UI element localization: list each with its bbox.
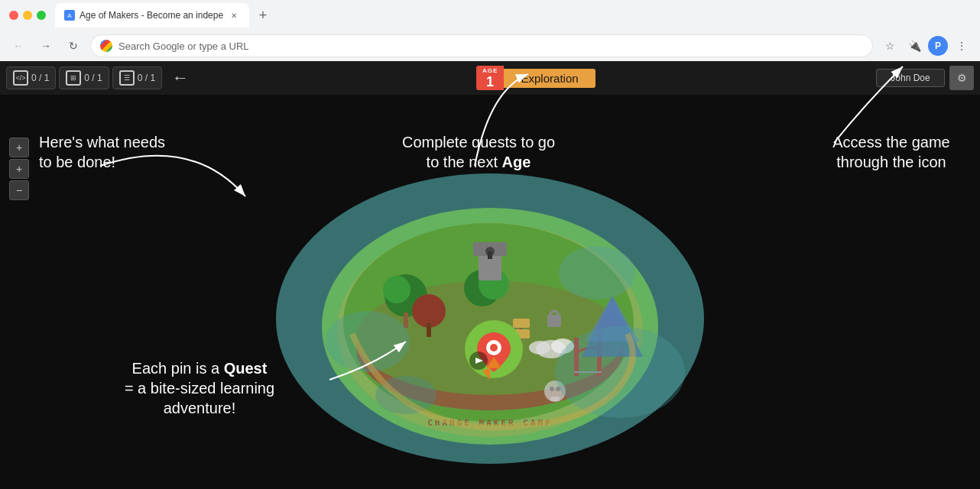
quest-counter-doc[interactable]: ☰ 0 / 1 xyxy=(112,66,162,89)
image-icon: ⊞ xyxy=(66,70,81,86)
svg-rect-11 xyxy=(427,323,431,337)
quest-counter-doc-value: 0 / 1 xyxy=(138,73,155,83)
quest-counter-image-value: 0 / 1 xyxy=(84,73,102,83)
forward-button[interactable]: → xyxy=(35,35,57,57)
svg-rect-17 xyxy=(488,251,492,259)
nav-actions: ☆ 🔌 P ⋮ xyxy=(879,35,972,57)
zoom-in2-button[interactable]: + xyxy=(9,159,29,179)
quest-counter-image[interactable]: ⊞ 0 / 1 xyxy=(59,66,109,89)
island-map: Here's what needsto be done! Complete qu… xyxy=(253,120,727,464)
svg-point-8 xyxy=(383,276,410,303)
maximize-button[interactable] xyxy=(37,11,46,20)
back-button[interactable]: ← xyxy=(8,35,29,57)
active-tab[interactable]: A Age of Makers - Become an indepe ✕ xyxy=(55,3,249,28)
quest-counter-code-value: 0 / 1 xyxy=(31,73,49,83)
tab-bar: A Age of Makers - Become an indepe ✕ + xyxy=(55,3,971,28)
annotation-access-text: Access the gamethrough the icon xyxy=(832,134,949,170)
svg-rect-34 xyxy=(513,319,530,328)
island-svg: CHANGE MAKER CAMP xyxy=(253,120,727,464)
age-label: Exploration xyxy=(504,69,595,88)
tab-title: Age of Makers - Become an indepe xyxy=(80,10,223,21)
settings-button[interactable]: ⚙ xyxy=(949,66,974,90)
browser-chrome: A Age of Makers - Become an indepe ✕ + ←… xyxy=(0,0,980,61)
svg-point-30 xyxy=(529,341,550,355)
minimize-button[interactable] xyxy=(23,11,32,20)
google-logo-icon xyxy=(100,40,112,52)
user-area: John Doe ⚙ xyxy=(876,66,974,90)
quest-counter-code[interactable]: </> 0 / 1 xyxy=(6,66,56,89)
zoom-controls: + + − xyxy=(9,138,29,200)
age-badge: AGE 1 xyxy=(476,66,504,90)
new-tab-button[interactable]: + xyxy=(252,5,274,26)
nav-bar: ← → ↻ Search Google or type a URL ☆ 🔌 P … xyxy=(0,31,980,61)
doc-icon: ☰ xyxy=(119,70,135,86)
nav-arrow-left[interactable]: ← xyxy=(165,63,196,93)
svg-point-10 xyxy=(412,294,446,328)
code-icon: </> xyxy=(13,70,28,86)
bookmark-icon[interactable]: ☆ xyxy=(879,35,900,57)
window-controls xyxy=(9,11,46,20)
more-menu-icon[interactable]: ⋮ xyxy=(951,35,972,57)
svg-rect-19 xyxy=(547,315,561,327)
svg-rect-21 xyxy=(550,397,560,401)
annotation-quests: Here's what needsto be done! xyxy=(39,132,215,172)
map-area: + + − Here's what needsto be done! Compl… xyxy=(0,95,980,489)
app-toolbar: </> 0 / 1 ⊞ 0 / 1 ☰ 0 / 1 ← AGE 1 Explor… xyxy=(0,61,980,95)
annotation-pin-text: Each pin is a Quest= a bite-sized learni… xyxy=(125,360,274,416)
age-badge-num: 1 xyxy=(481,75,499,89)
svg-point-46 xyxy=(555,326,685,418)
annotation-access: Access the gamethrough the icon xyxy=(796,132,980,172)
address-bar[interactable]: Search Google or type a URL xyxy=(90,34,873,57)
profile-icon[interactable]: P xyxy=(928,36,948,56)
tab-close-button[interactable]: ✕ xyxy=(228,9,240,21)
user-name: John Doe xyxy=(876,69,945,87)
svg-point-22 xyxy=(550,387,554,391)
svg-rect-9 xyxy=(404,313,408,328)
tab-favicon: A xyxy=(64,10,75,21)
age-tab[interactable]: AGE 1 Exploration xyxy=(476,66,595,90)
zoom-in-button[interactable]: + xyxy=(9,138,29,157)
svg-point-38 xyxy=(490,344,498,351)
annotation-quests-text: Here's what needsto be done! xyxy=(39,134,165,170)
extension-icon[interactable]: 🔌 xyxy=(904,35,925,57)
reload-button[interactable]: ↻ xyxy=(63,35,84,57)
app-content: </> 0 / 1 ⊞ 0 / 1 ☰ 0 / 1 ← AGE 1 Explor… xyxy=(0,61,980,489)
title-bar: A Age of Makers - Become an indepe ✕ + xyxy=(0,0,980,31)
close-button[interactable] xyxy=(9,11,18,20)
address-text: Search Google or type a URL xyxy=(118,40,249,52)
zoom-out-button[interactable]: − xyxy=(9,180,29,200)
svg-point-44 xyxy=(559,246,635,300)
